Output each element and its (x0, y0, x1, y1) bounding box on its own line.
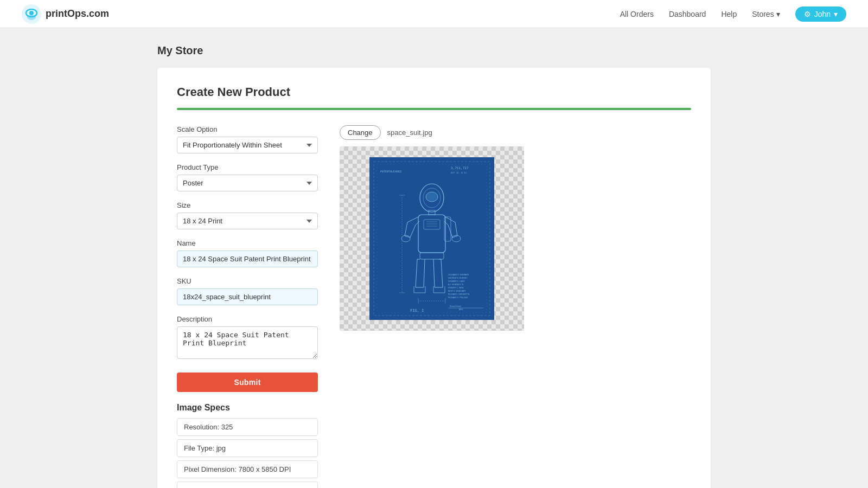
svg-text:FIG. I: FIG. I (410, 309, 424, 313)
sku-label: SKU (177, 277, 318, 285)
create-product-card: Create New Product Scale Option Fit Prop… (157, 68, 711, 488)
scale-option-select[interactable]: Fit Proportionately Within Sheet Fill Sh… (177, 137, 318, 153)
nav-help[interactable]: Help (721, 10, 737, 18)
spec-file-type: File Type: jpg (177, 439, 318, 457)
preview-header: Change space_suit.jpg (340, 125, 691, 140)
svg-text:ROBERT C. WISE: ROBERT C. WISE (448, 287, 464, 289)
svg-rect-4 (369, 157, 494, 320)
svg-text:A.J. KENNEDY III: A.J. KENNEDY III (448, 284, 463, 286)
preview-filename: space_suit.jpg (387, 129, 432, 137)
stores-chevron-icon: ▾ (776, 10, 780, 18)
nav-all-orders[interactable]: All Orders (620, 10, 654, 18)
change-button[interactable]: Change (340, 125, 381, 140)
brand-icon (22, 4, 41, 24)
size-group: Size 18 x 24 Print 11 x 14 Print 8 x 10 … (177, 201, 318, 229)
svg-text:RICHARD J. BRUNETTE: RICHARD J. BRUNETTE (448, 293, 470, 296)
sku-group: SKU (177, 277, 318, 305)
svg-text:HOWARD C. CASE: HOWARD C. CASE (448, 280, 465, 282)
submit-button[interactable]: Submit (177, 373, 318, 392)
scale-option-group: Scale Option Fit Proportionately Within … (177, 125, 318, 153)
page-wrapper: My Store Create New Product Scale Option… (136, 28, 732, 488)
description-label: Description (177, 315, 318, 323)
product-type-select[interactable]: Poster Canvas Mug Phone Case (177, 175, 318, 191)
preview-column: Change space_suit.jpg (340, 125, 691, 488)
svg-text:PATENTALE4063: PATENTALE4063 (380, 170, 401, 173)
product-type-label: Product Type (177, 163, 318, 171)
stores-label: Stores (752, 10, 774, 18)
form-column: Scale Option Fit Proportionately Within … (177, 125, 318, 488)
description-group: Description 18 x 24 Space Suit Patent Pr… (177, 315, 318, 361)
blueprint-svg: PATENTALE4063 3,751,727 OCT 12, N 12 (369, 157, 494, 320)
user-gear-icon: ⚙ (804, 10, 811, 18)
card-title: Create New Product (177, 85, 691, 99)
blueprint-image: PATENTALE4063 3,751,727 OCT 12, N 12 (369, 157, 494, 320)
size-select[interactable]: 18 x 24 Print 11 x 14 Print 8 x 10 Print… (177, 213, 318, 229)
svg-text:ATNY: ATNY (459, 309, 463, 311)
scale-option-label: Scale Option (177, 125, 318, 133)
product-type-group: Product Type Poster Canvas Mug Phone Cas… (177, 163, 318, 191)
svg-text:Richard Schmidty: Richard Schmidty (449, 305, 462, 307)
user-chevron-icon: ▾ (834, 10, 838, 18)
nav-dashboard[interactable]: Dashboard (669, 10, 706, 18)
svg-text:3,751,727: 3,751,727 (451, 166, 469, 170)
brand-logo[interactable]: printOps.com (22, 4, 109, 24)
svg-text:BERT G. RINEHART: BERT G. RINEHART (448, 290, 467, 292)
svg-text:RICHARD C. PULLING: RICHARD C. PULLING (448, 297, 468, 299)
user-name: John (814, 10, 831, 18)
user-button[interactable]: ⚙ John ▾ (795, 7, 846, 22)
nav-links: All Orders Dashboard Help Stores ▾ ⚙ Joh… (620, 7, 846, 22)
progress-bar-container (177, 108, 691, 110)
spec-pixel-dimension: Pixel Dimension: 7800 x 5850 DPI (177, 460, 318, 478)
image-specs-title: Image Specs (177, 403, 318, 413)
svg-text:OCT 12, N 12: OCT 12, N 12 (451, 171, 467, 174)
sku-input[interactable] (177, 288, 318, 305)
size-label: Size (177, 201, 318, 209)
description-input[interactable]: 18 x 24 Space Suit Patent Print Blueprin… (177, 326, 318, 359)
preview-canvas: PATENTALE4063 3,751,727 OCT 12, N 12 (340, 146, 524, 331)
image-specs-list: Resolution: 325 File Type: jpg Pixel Dim… (177, 418, 318, 488)
page-title: My Store (157, 44, 711, 57)
svg-point-2 (29, 11, 34, 15)
navbar: printOps.com All Orders Dashboard Help S… (0, 0, 868, 28)
spec-native-size: Native Size: 24" x 18" (177, 481, 318, 488)
name-label: Name (177, 239, 318, 247)
main-layout: Scale Option Fit Proportionately Within … (177, 125, 691, 488)
spec-resolution: Resolution: 325 (177, 418, 318, 436)
svg-text:GEORGE R. DURNEY: GEORGE R. DURNEY (448, 277, 468, 279)
progress-bar-fill (177, 108, 691, 110)
name-input[interactable] (177, 251, 318, 267)
name-group: Name (177, 239, 318, 267)
brand-name: printOps.com (46, 8, 109, 20)
nav-stores[interactable]: Stores ▾ (752, 10, 780, 18)
svg-point-12 (426, 192, 438, 202)
svg-text:LEONARD F. SHEPARD: LEONARD F. SHEPARD (448, 274, 469, 276)
